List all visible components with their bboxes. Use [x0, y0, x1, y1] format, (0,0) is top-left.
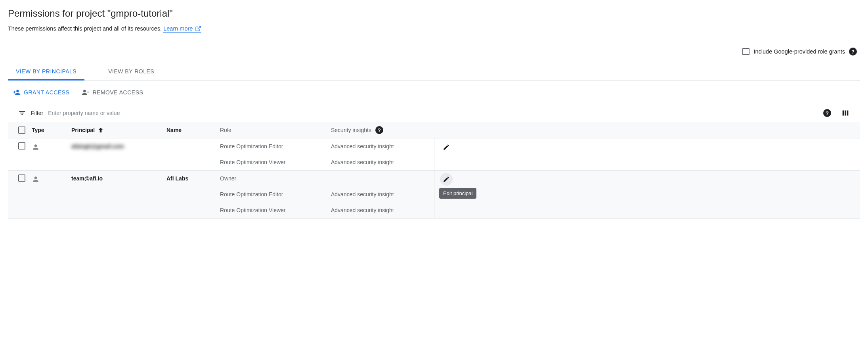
person-add-icon	[13, 88, 21, 96]
header-role: Role	[220, 127, 331, 133]
row-checkbox[interactable]	[18, 142, 25, 150]
roles-block: Route Optimization EditorAdvanced securi…	[220, 138, 434, 170]
role-line: Route Optimization ViewerAdvanced securi…	[220, 202, 434, 218]
filter-input[interactable]	[48, 110, 818, 116]
header-checkbox-cell	[8, 126, 32, 134]
principal-text: afaingh@gmail.com	[71, 143, 124, 150]
external-link-icon	[195, 25, 201, 32]
insight-text: Advanced security insight	[331, 159, 434, 165]
role-text: Owner	[220, 175, 331, 182]
insight-text: Advanced security insight	[331, 143, 434, 150]
role-text: Route Optimization Viewer	[220, 207, 331, 213]
insights-help-icon[interactable]: ?	[375, 126, 383, 134]
pencil-icon	[443, 144, 450, 151]
page-title: Permissions for project "gmpro-tutorial"	[8, 8, 860, 19]
header-principal[interactable]: Principal	[71, 126, 166, 134]
row-fixed-cells: afaingh@gmail.com	[8, 138, 220, 170]
grant-access-button[interactable]: GRANT ACCESS	[13, 88, 69, 96]
header-insights: Security insights ?	[331, 126, 434, 134]
principal-cell: team@afi.io	[71, 175, 166, 182]
header-principal-text: Principal	[71, 127, 95, 133]
role-line: Owner	[220, 171, 434, 186]
select-all-checkbox[interactable]	[18, 126, 25, 134]
role-line: Route Optimization EditorAdvanced securi…	[220, 186, 434, 202]
role-text: Route Optimization Viewer	[220, 159, 331, 165]
include-google-label: Include Google-provided role grants	[753, 48, 845, 55]
role-line: Route Optimization EditorAdvanced securi…	[220, 138, 434, 154]
svg-line-0	[198, 26, 201, 29]
table-row: afaingh@gmail.comRoute Optimization Edit…	[8, 138, 860, 171]
name-cell: Afi Labs	[166, 175, 220, 182]
top-options-bar: Include Google-provided role grants ?	[8, 48, 860, 56]
grant-access-label: GRANT ACCESS	[24, 89, 69, 96]
table-header-row: Type Principal Name Role Security insigh…	[8, 122, 860, 138]
roles-block: OwnerRoute Optimization EditorAdvanced s…	[220, 171, 434, 218]
type-cell	[32, 175, 71, 184]
action-bar: GRANT ACCESS REMOVE ACCESS	[8, 80, 860, 104]
insight-text: Advanced security insight	[331, 207, 434, 213]
header-type: Type	[32, 127, 71, 133]
learn-more-text: Learn more	[163, 25, 193, 32]
filter-icon	[18, 109, 26, 117]
tab-view-by-roles[interactable]: VIEW BY ROLES	[100, 63, 162, 80]
row-checkbox-cell	[8, 143, 32, 150]
action-cell	[434, 138, 860, 170]
tab-view-by-principals[interactable]: VIEW BY PRINCIPALS	[8, 63, 84, 80]
page-subtitle: These permissions affect this project an…	[8, 25, 860, 32]
principal-cell: afaingh@gmail.com	[71, 143, 166, 150]
remove-access-button[interactable]: REMOVE ACCESS	[81, 88, 143, 96]
filter-help-icon[interactable]: ?	[823, 109, 831, 117]
person-icon	[32, 143, 40, 151]
table-row: team@afi.ioAfi LabsOwnerRoute Optimizati…	[8, 171, 860, 218]
subtitle-text: These permissions affect this project an…	[8, 25, 163, 32]
person-remove-icon	[81, 88, 89, 96]
insight-text: Advanced security insight	[331, 191, 434, 197]
row-fixed-cells: team@afi.ioAfi Labs	[8, 171, 220, 218]
insight-text	[331, 175, 434, 182]
view-tabs: VIEW BY PRINCIPALS VIEW BY ROLES	[8, 63, 860, 80]
include-google-checkbox-wrapper: Include Google-provided role grants ?	[742, 48, 857, 56]
row-checkbox[interactable]	[18, 174, 25, 182]
learn-more-link[interactable]: Learn more	[163, 25, 201, 33]
filter-label: Filter	[31, 110, 43, 116]
header-insights-text: Security insights	[331, 127, 371, 133]
header-name: Name	[166, 127, 220, 133]
remove-access-label: REMOVE ACCESS	[92, 89, 143, 96]
action-cell: Edit principal	[434, 171, 860, 218]
principals-table: Type Principal Name Role Security insigh…	[8, 122, 860, 218]
divider	[836, 107, 836, 119]
filter-row: Filter ?	[8, 104, 860, 122]
sort-ascending-icon	[97, 126, 104, 134]
role-text: Route Optimization Editor	[220, 191, 331, 197]
role-line: Route Optimization ViewerAdvanced securi…	[220, 154, 434, 170]
edit-principal-button[interactable]	[440, 173, 453, 186]
principal-text: team@afi.io	[71, 175, 103, 182]
help-icon[interactable]: ?	[849, 48, 857, 56]
columns-icon[interactable]	[841, 109, 850, 117]
include-google-checkbox[interactable]	[742, 48, 749, 55]
edit-principal-button[interactable]	[440, 141, 453, 153]
person-icon	[32, 175, 40, 183]
role-text: Route Optimization Editor	[220, 143, 331, 150]
type-cell	[32, 143, 71, 152]
pencil-icon	[443, 176, 450, 183]
row-checkbox-cell	[8, 175, 32, 182]
edit-tooltip: Edit principal	[439, 188, 476, 199]
